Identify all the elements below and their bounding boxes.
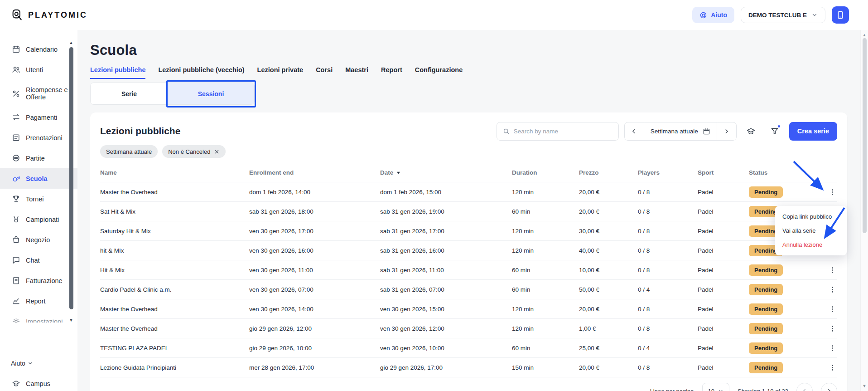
search-input-wrapper <box>497 122 619 141</box>
sidebar-item-ricompense[interactable]: Ricompense e Offerte <box>0 80 77 107</box>
sidebar-item-campus[interactable]: Campus <box>0 373 77 391</box>
filter-chip-settimana[interactable]: Settimana attuale <box>100 145 158 158</box>
cell-price: 40,00 € <box>579 247 638 254</box>
tab-lezioni-private[interactable]: Lezioni private <box>257 66 304 79</box>
cell-name: TESTING PLAZA PADEL <box>100 345 249 352</box>
academy-view-button[interactable] <box>742 122 760 140</box>
cell-name: Master the Overhead <box>100 306 249 313</box>
table-row[interactable]: Lezione Guidata Principianti mer 28 gen … <box>100 358 837 377</box>
row-menu-button[interactable] <box>825 301 840 317</box>
cell-date: gio 29 gen 2026, 17:00 <box>380 364 512 371</box>
sidebar-item-chat[interactable]: Chat <box>0 250 77 270</box>
rows-per-page-select[interactable]: 10 <box>702 383 729 391</box>
chevron-right-icon <box>826 388 832 391</box>
tab-configurazione[interactable]: Configurazione <box>415 66 463 79</box>
scroll-up-icon[interactable]: ▲ <box>861 32 868 38</box>
graduation-cap-icon <box>746 127 756 136</box>
tab-bar: Lezioni pubbliche Lezioni pubbliche (vec… <box>90 66 868 79</box>
search-input[interactable] <box>514 128 613 135</box>
tab-lezioni-pubbliche[interactable]: Lezioni pubbliche <box>90 66 145 79</box>
sidebar-item-impostazioni[interactable]: Impostazioni <box>0 311 77 323</box>
ball-icon <box>12 154 20 162</box>
table-row[interactable]: Cardio Padel & Clinic a.m. ven 30 gen 20… <box>100 280 837 299</box>
sidebar-item-partite[interactable]: Partite <box>0 148 77 168</box>
segment-sessioni[interactable]: Sessioni <box>168 83 254 104</box>
cell-enrollment-end: ven 30 gen 2026, 14:00 <box>249 306 380 313</box>
cell-name: Master the Overhead <box>100 189 249 196</box>
sidebar-item-label: Pagamenti <box>26 114 57 121</box>
cell-enrollment-end: gio 29 gen 2026, 12:00 <box>249 325 380 332</box>
next-week-button[interactable] <box>717 122 736 140</box>
row-menu-button[interactable] <box>825 262 840 278</box>
bookings-icon <box>12 133 20 142</box>
week-selector-label: Settimana attuale <box>651 128 698 135</box>
app-tile-button[interactable] <box>832 6 849 24</box>
sidebar: Calendario Utenti Ricompense e Offerte P… <box>0 30 77 391</box>
sidebar-item-aiuto[interactable]: Aiuto <box>0 353 77 373</box>
menu-item-copia-link[interactable]: Copia link pubblico <box>775 210 847 224</box>
sidebar-item-label: Utenti <box>26 66 43 73</box>
chevron-down-icon <box>28 361 33 366</box>
help-button[interactable]: Aiuto <box>692 7 734 23</box>
sidebar-item-report[interactable]: Report <box>0 291 77 311</box>
sidebar-item-prenotazioni[interactable]: Prenotazioni <box>0 127 77 148</box>
chevron-left-icon <box>801 388 808 391</box>
table-row[interactable]: hit & MIx ven 30 gen 2026, 16:00 sab 31 … <box>100 241 837 260</box>
sidebar-item-pagamenti[interactable]: Pagamenti <box>0 107 77 127</box>
create-series-button[interactable]: Crea serie <box>789 122 837 141</box>
sidebar-item-label: Negozio <box>26 236 50 244</box>
sidebar-item-label: Report <box>26 298 46 305</box>
chip-close-icon[interactable] <box>214 149 220 155</box>
sidebar-item-utenti[interactable]: Utenti <box>0 59 77 80</box>
cell-duration: 120 min <box>512 325 579 332</box>
column-date-sort[interactable]: Date <box>380 169 512 176</box>
tab-maestri[interactable]: Maestri <box>345 66 368 79</box>
table-row[interactable]: Master the Overhead ven 30 gen 2026, 14:… <box>100 299 837 319</box>
menu-item-vai-alla-serie[interactable]: Vai alla serie <box>775 224 847 238</box>
cell-players: 0 / 4 <box>638 286 698 293</box>
row-menu-button[interactable] <box>825 184 840 200</box>
segment-serie[interactable]: Serie <box>91 83 168 104</box>
scroll-down-icon[interactable]: ▼ <box>861 383 868 389</box>
cell-enrollment-end: mer 28 gen 2026, 17:00 <box>249 364 380 371</box>
tab-report[interactable]: Report <box>381 66 402 79</box>
filter-chip-non-canceled[interactable]: Non è Canceled <box>162 145 226 158</box>
menu-item-annulla-lezione[interactable]: Annulla lezione <box>775 238 847 252</box>
table-row[interactable]: Master the Overhead gio 29 gen 2026, 12:… <box>100 319 837 338</box>
club-selector[interactable]: DEMO TESTCLUB E <box>741 7 825 23</box>
week-selector[interactable]: Settimana attuale <box>644 122 717 140</box>
column-enrollment-end: Enrollment end <box>249 169 380 176</box>
sidebar-nav: Calendario Utenti Ricompense e Offerte P… <box>0 30 77 323</box>
scroll-up-icon[interactable]: ▲ <box>68 40 74 45</box>
tab-corsi[interactable]: Corsi <box>316 66 333 79</box>
week-navigator: Settimana attuale <box>624 122 737 141</box>
prev-page-button[interactable] <box>796 383 813 391</box>
prev-week-button[interactable] <box>625 122 644 140</box>
table-row[interactable]: Saturday Hit & Mix ven 30 gen 2026, 17:0… <box>100 221 837 241</box>
next-page-button[interactable] <box>821 383 837 391</box>
sidebar-scrollbar-thumb[interactable] <box>69 47 73 309</box>
sidebar-item-scuola[interactable]: Scuola <box>0 168 77 189</box>
scroll-down-icon[interactable]: ▼ <box>68 318 74 323</box>
table-row[interactable]: Sat Hit & Mix sab 31 gen 2026, 18:00 sab… <box>100 202 837 221</box>
row-menu-button[interactable] <box>825 340 840 356</box>
tab-lezioni-pubbliche-vecchio[interactable]: Lezioni pubbliche (vecchio) <box>158 66 244 79</box>
cell-sport: Padel <box>698 189 749 196</box>
filter-button[interactable] <box>766 122 784 140</box>
row-menu-button[interactable] <box>825 360 840 375</box>
table-row[interactable]: Master the Overhead dom 1 feb 2026, 14:0… <box>100 182 837 202</box>
cell-date: sab 31 gen 2026, 17:00 <box>380 228 512 235</box>
sidebar-item-tornei[interactable]: Tornei <box>0 189 77 209</box>
row-menu-button[interactable] <box>825 321 840 336</box>
row-menu-button[interactable] <box>825 282 840 297</box>
cell-enrollment-end: gio 29 gen 2026, 10:00 <box>249 345 380 352</box>
table-row[interactable]: TESTING PLAZA PADEL gio 29 gen 2026, 10:… <box>100 338 837 358</box>
sidebar-item-negozio[interactable]: Negozio <box>0 230 77 250</box>
page-scrollbar-thumb[interactable] <box>863 38 867 233</box>
sidebar-item-fatturazione[interactable]: Fatturazione <box>0 270 77 291</box>
sidebar-item-campionati[interactable]: Campionati <box>0 209 77 230</box>
table-row[interactable]: Hit & Mix ven 30 gen 2026, 11:00 sab 31 … <box>100 260 837 280</box>
sidebar-item-calendario[interactable]: Calendario <box>0 39 77 59</box>
cell-price: 20,00 € <box>579 364 638 371</box>
cell-sport: Padel <box>698 345 749 352</box>
